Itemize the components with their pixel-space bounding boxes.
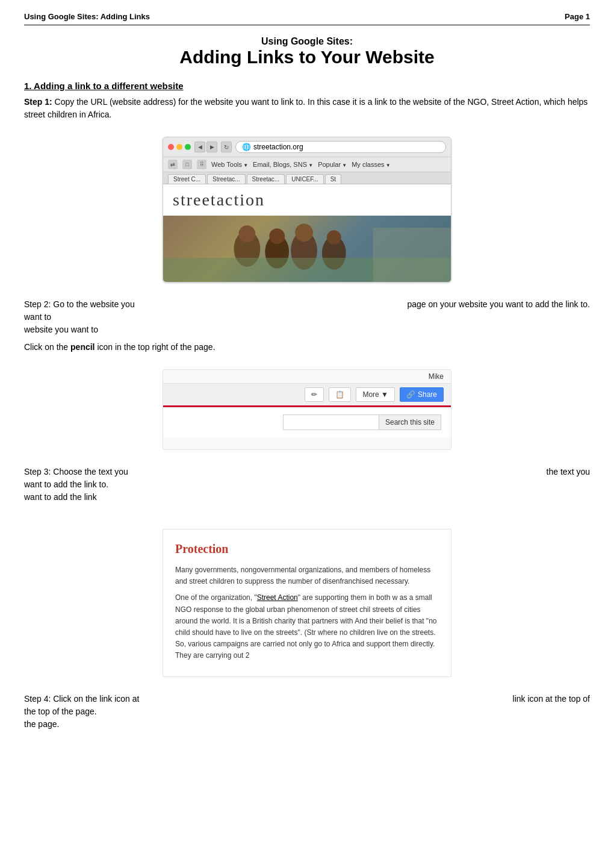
pencil-icon: ✏ (311, 390, 317, 399)
secure-icon: 🌐 (242, 143, 251, 151)
browser-dots (168, 144, 191, 150)
dot-red[interactable] (168, 144, 174, 150)
address-bar[interactable]: 🌐 streetaction.org (235, 141, 446, 153)
browser-titlebar: ◀ ▶ ↻ 🌐 streetaction.org (163, 137, 451, 157)
tab-1[interactable]: Street C... (168, 174, 206, 184)
share-label: Share (418, 390, 437, 399)
step-2-bottom-text: Click on the pencil icon in the top righ… (24, 341, 590, 354)
gsites-action-bar: ✏ 📋 More ▼ 🔗 Share (163, 384, 451, 407)
doc-title-block: Using Google Sites: Adding Links to Your… (24, 36, 590, 67)
protection-title: Protection (175, 539, 439, 558)
svg-rect-9 (373, 228, 451, 282)
header-title: Using Google Sites: Adding Links (24, 12, 150, 21)
step-2-pencil: pencil (70, 342, 95, 352)
hero-image (163, 216, 451, 282)
step-2-bottom2: icon in the top right of the page. (95, 342, 216, 352)
gsites-toolbar-mock: Mike ✏ 📋 More ▼ 🔗 Share (163, 369, 451, 450)
step-4-right-text: link icon at the top of (513, 694, 590, 704)
more-label: More ▼ (362, 390, 388, 399)
gsites-top-bar: Mike (163, 370, 451, 384)
gsites-username: Mike (429, 372, 444, 381)
my-classes-menu[interactable]: My classes (352, 161, 391, 168)
protection-para2: One of the organization, "Street Action"… (175, 592, 439, 661)
step-3-left: Step 3: Choose the text you want to add … (24, 466, 144, 504)
step-2-row: Step 2: Go to the website you want to we… (24, 298, 590, 336)
tab-4[interactable]: UNICEF... (286, 174, 323, 184)
spacer-1 (163, 437, 451, 449)
streetaction-header: streetaction (163, 184, 451, 216)
browser-content: streetaction (163, 184, 451, 282)
apps-icon[interactable]: ⠿ (197, 160, 206, 169)
gsites-search-box: Search this site (283, 414, 441, 430)
search-button[interactable]: Search this site (379, 414, 441, 430)
browser-nav-btns: ◀ ▶ (194, 142, 217, 152)
address-text: streetaction.org (253, 143, 303, 151)
step-4-left: Step 4: Click on the link icon at the to… (24, 693, 144, 731)
step-4-label: Step 4: Click on the link icon at the to… (24, 694, 139, 716)
reload-button[interactable]: ↻ (221, 142, 232, 152)
dot-green[interactable] (185, 144, 191, 150)
step-3-right-text: the text you (547, 467, 590, 476)
step-3-row: Step 3: Choose the text you want to add … (24, 466, 590, 504)
browser-mock: ◀ ▶ ↻ 🌐 streetaction.org ⇄ □ ⠿ Web Tools… (163, 137, 451, 283)
step-2-bottom: Click on the (24, 342, 70, 352)
step-2-container: Step 2: Go to the website you want to we… (24, 298, 590, 354)
step-2-label: Step 2: (24, 299, 51, 309)
step-4-container: Step 4: Click on the link icon at the to… (24, 693, 590, 731)
share-icon: 🔗 (406, 390, 415, 399)
more-button[interactable]: More ▼ (356, 387, 395, 402)
step-2-left: Step 2: Go to the website you want to we… (24, 298, 144, 336)
dot-yellow[interactable] (176, 144, 182, 150)
doc-main-title: Adding Links to Your Website (24, 47, 590, 67)
pencil-button[interactable]: ✏ (305, 387, 324, 402)
bookmarks-icon[interactable]: □ (182, 160, 192, 169)
header-page: Page 1 (565, 12, 590, 21)
step-1-label: Step 1: (24, 97, 52, 107)
gsites-toolbar-container: Mike ✏ 📋 More ▼ 🔗 Share (24, 361, 590, 458)
back-button[interactable]: ◀ (194, 142, 205, 152)
streetaction-logo: streetaction (173, 190, 441, 210)
tab-2[interactable]: Streetac... (207, 174, 246, 184)
home-icon[interactable]: ⇄ (168, 160, 178, 169)
page-icon: 📋 (335, 390, 344, 399)
step-4-right: link icon at the top of (144, 693, 590, 731)
step-3-container: Step 3: Choose the text you want to add … (24, 466, 590, 513)
popular-menu[interactable]: Popular (318, 161, 347, 168)
step-4-row: Step 4: Click on the link icon at the to… (24, 693, 590, 731)
protection-container: Protection Many governments, nongovernme… (24, 520, 590, 685)
doc-subtitle: Using Google Sites: (24, 36, 590, 47)
search-input[interactable] (283, 414, 379, 430)
streetaction-hero (163, 216, 451, 282)
browser-tabs: Street C... Streetac... Streetac... UNIC… (163, 172, 451, 184)
protection-mock: Protection Many governments, nongovernme… (163, 529, 451, 677)
search-button-label: Search this site (385, 418, 435, 426)
tab-5[interactable]: St (325, 174, 341, 184)
svg-point-1 (238, 225, 255, 242)
svg-point-3 (269, 228, 285, 244)
step-1-body: Copy the URL (website address) for the w… (24, 97, 588, 119)
svg-point-7 (327, 230, 341, 245)
section-1-heading: 1. Adding a link to a different website (24, 81, 590, 91)
spacer-2 (24, 508, 590, 513)
browser-toolbar: ⇄ □ ⠿ Web Tools Email, Blogs, SNS Popula… (163, 157, 451, 172)
browser-screenshot-container: ◀ ▶ ↻ 🌐 streetaction.org ⇄ □ ⠿ Web Tools… (24, 128, 590, 291)
share-button[interactable]: 🔗 Share (400, 387, 444, 402)
street-action-link[interactable]: Street Action (257, 593, 298, 602)
step-2-right: page on your website you want to add the… (144, 298, 590, 336)
email-blogs-menu[interactable]: Email, Blogs, SNS (253, 161, 313, 168)
step-3-label: Step 3: (24, 467, 51, 476)
forward-button[interactable]: ▶ (206, 142, 217, 152)
svg-point-5 (295, 223, 313, 242)
web-tools-menu[interactable]: Web Tools (211, 161, 248, 168)
page-header: Using Google Sites: Adding Links Page 1 (24, 12, 590, 25)
protection-para1: Many governments, nongovernmental organi… (175, 564, 439, 587)
tab-3[interactable]: Streetac... (247, 174, 285, 184)
step-2-right-text: page on your website you want to add the… (407, 299, 590, 309)
step-1-text: Step 1: Copy the URL (website address) f… (24, 96, 590, 121)
page-icon-button[interactable]: 📋 (329, 387, 351, 402)
section-1: 1. Adding a link to a different website … (24, 81, 590, 731)
step-3-right: the text you (144, 466, 590, 504)
gsites-search-area: Search this site (163, 407, 451, 437)
